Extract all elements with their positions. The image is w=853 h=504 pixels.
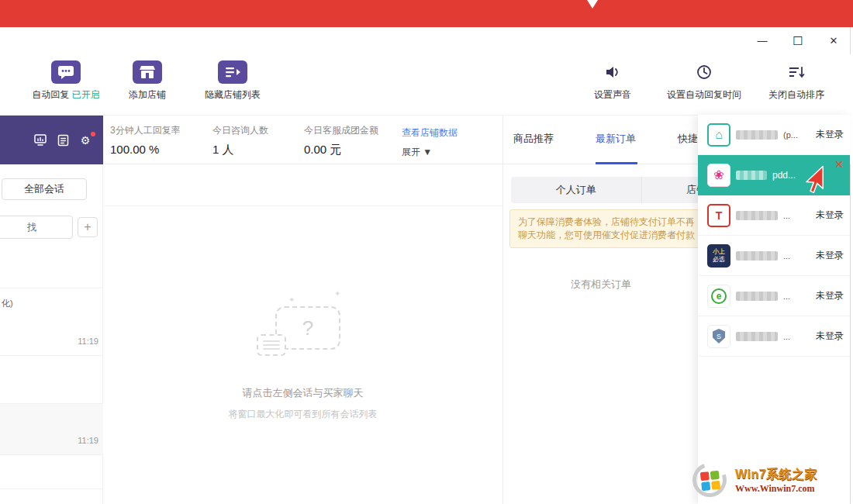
minimize-button[interactable]: — xyxy=(744,27,780,54)
small-bubble-icon xyxy=(257,334,286,356)
watermark-text: Win7系统之家 Www.Winwin7.com xyxy=(735,467,817,495)
conversation-snippet: 化) xyxy=(2,298,13,309)
add-shop-button[interactable]: 添加店铺 xyxy=(101,60,194,102)
shop-item[interactable]: ⌂ (p... 未登录 xyxy=(698,115,850,155)
windows-flag-icon xyxy=(700,471,720,491)
sparkle-icon: ✦ xyxy=(334,289,340,298)
chat-area: ✦ ✦ ? 请点击左侧会话与买家聊天 将窗口最大化即可看到所有会话列表 xyxy=(103,164,502,504)
shop-item[interactable]: T ... 未登录 xyxy=(698,195,850,236)
windows-flag-logo xyxy=(692,462,729,499)
add-session-button[interactable]: + xyxy=(78,217,98,237)
e-glyph: e xyxy=(711,288,727,304)
auto-reply-label: 自动回复 xyxy=(32,89,69,100)
shop-navy-badge-icon: 小上 必选 xyxy=(707,244,730,268)
conversation-item[interactable] xyxy=(0,355,103,403)
auto-reply-icon xyxy=(51,60,81,84)
view-shop-data-link[interactable]: 查看店铺数据 xyxy=(402,126,458,140)
conversation-item[interactable] xyxy=(0,454,103,489)
badge-top-text: 小上 xyxy=(713,248,725,256)
auto-reply-status: 已开启 xyxy=(72,89,100,100)
blurred-shop-name xyxy=(736,130,778,140)
shop-house-icon: ⌂ xyxy=(707,123,730,147)
shop-list-panel: ⌂ (p... 未登录 ❀ pdd... ✕ T ... 未登录 小上 必选 .… xyxy=(698,115,850,504)
metric-reply-rate: 3分钟人工回复率 100.00 % xyxy=(110,124,181,156)
tab-label: 商品推荐 xyxy=(513,133,554,144)
gear-glyph: ⚙ xyxy=(81,134,91,147)
search-text: 找 xyxy=(27,221,36,234)
metric-value: 0.00 元 xyxy=(304,143,378,157)
notification-dot xyxy=(91,132,95,136)
sparkle-icon: ✦ xyxy=(288,295,295,304)
sidebar-quick-icons: ⚙ xyxy=(0,116,103,164)
divider-line xyxy=(103,205,502,206)
shop-item[interactable]: 小上 必选 ... 未登录 xyxy=(698,236,850,276)
shop-item[interactable]: e ... 未登录 xyxy=(698,276,850,316)
metric-value: 100.00 % xyxy=(110,143,181,156)
maximize-button[interactable]: ☐ xyxy=(780,27,816,54)
tab-label: 个人订单 xyxy=(556,183,596,197)
expand-toggle[interactable]: 展开 ▼ xyxy=(402,146,432,159)
shop-item[interactable]: S ... 未登录 xyxy=(698,316,850,357)
tab-personal-orders[interactable]: 个人订单 xyxy=(511,177,641,203)
question-mark: ? xyxy=(302,316,313,340)
conversation-item[interactable]: 11:19 xyxy=(0,403,103,454)
notes-icon[interactable] xyxy=(56,133,70,147)
hide-shop-list-button[interactable]: 隐藏店铺列表 xyxy=(185,60,281,102)
settings-gear-icon[interactable]: ⚙ xyxy=(78,133,92,147)
monitor-chart-icon[interactable] xyxy=(33,133,47,147)
conversation-time: 11:19 xyxy=(78,436,98,445)
close-window-button[interactable]: ✕ xyxy=(816,27,851,54)
tab-product-recommend[interactable]: 商品推荐 xyxy=(513,116,554,162)
login-status: 未登录 xyxy=(816,330,844,343)
t-glyph: T xyxy=(716,209,723,222)
tab-latest-orders[interactable]: 最新订单 xyxy=(596,116,636,162)
winwin7-watermark: Win7系统之家 Www.Winwin7.com xyxy=(692,462,817,499)
shop-pink-brand-icon: ❀ xyxy=(707,164,730,187)
remove-shop-button[interactable]: ✕ xyxy=(834,158,844,171)
watermark-title: Win7系统之家 xyxy=(735,467,817,483)
empty-chat-subtitle: 将窗口最大化即可看到所有会话列表 xyxy=(103,408,502,421)
shop-red-t-icon: T xyxy=(707,204,730,227)
shop-name-fragment: ... xyxy=(783,211,790,220)
watermark-url: Www.Winwin7.com xyxy=(735,483,817,495)
toolbar: 自动回复 已开启 添加店铺 隐藏店铺列表 设置声音 xyxy=(0,54,851,115)
all-sessions-label: 全部会话 xyxy=(24,182,64,196)
empty-chat-title: 请点击左侧会话与买家聊天 xyxy=(103,386,502,400)
brand-glyph: ❀ xyxy=(713,167,723,182)
shop-name-fragment: ... xyxy=(783,292,790,301)
mouse-cursor-arrow xyxy=(803,165,826,195)
close-auto-sort-button[interactable]: 关闭自动排序 xyxy=(748,60,844,102)
empty-chat-illustration: ✦ ✦ ? xyxy=(103,292,502,385)
blurred-shop-name xyxy=(736,332,778,341)
set-auto-reply-time-button[interactable]: 设置自动回复时间 xyxy=(642,60,766,102)
metric-group-amount: 今日客服成团金额 0.00 元 xyxy=(304,124,378,157)
metric-consult-count: 今日咨询人数 1 人 xyxy=(212,124,268,157)
set-auto-reply-time-label: 设置自动回复时间 xyxy=(667,89,741,100)
shop-item-active[interactable]: ❀ pdd... ✕ xyxy=(698,155,850,195)
add-shop-label: 添加店铺 xyxy=(129,89,166,100)
no-orders-text: 没有相关订单 xyxy=(503,278,699,292)
strip-notch xyxy=(587,0,598,9)
set-sound-label: 设置声音 xyxy=(594,89,631,100)
shop-shield-icon: S xyxy=(707,325,730,348)
metric-label: 今日咨询人数 xyxy=(212,124,268,137)
clock-icon xyxy=(642,60,766,84)
all-sessions-button[interactable]: 全部会话 xyxy=(2,178,87,200)
blurred-shop-name xyxy=(736,211,778,220)
conversation-item[interactable]: 化) 11:19 xyxy=(0,288,103,355)
login-status: 未登录 xyxy=(816,289,844,302)
search-input[interactable]: 找 xyxy=(0,216,73,239)
metric-label: 今日客服成团金额 xyxy=(304,124,378,137)
hide-shop-list-icon xyxy=(218,60,247,84)
sort-icon xyxy=(748,60,844,84)
conversation-time: 11:19 xyxy=(78,337,98,346)
tab-label: 最新订单 xyxy=(596,133,636,144)
shop-name-fragment: ... xyxy=(783,332,790,341)
login-status: 未登录 xyxy=(816,128,844,141)
app-window: — ☐ ✕ 自动回复 已开启 添加店铺 隐藏店铺列表 xyxy=(0,0,853,504)
conversation-panel: 全部会话 找 + 化) 11:19 11:19 xyxy=(0,164,103,504)
close-auto-sort-label: 关闭自动排序 xyxy=(768,89,824,100)
shop-name-fragment: ... xyxy=(783,251,790,261)
login-status: 未登录 xyxy=(816,209,844,222)
house-glyph: ⌂ xyxy=(715,128,723,142)
